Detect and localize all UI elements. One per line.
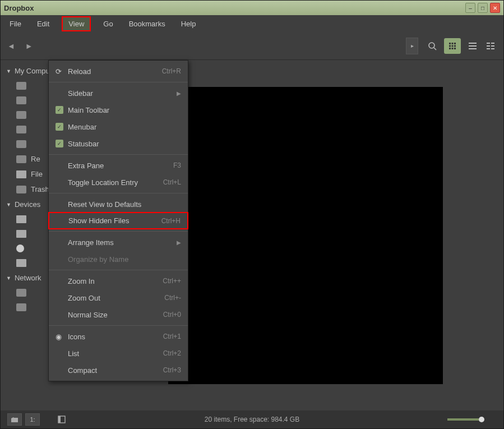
drive-icon	[16, 170, 26, 178]
menu-help[interactable]: Help	[178, 17, 200, 30]
menu-separator	[49, 231, 188, 232]
menu-go[interactable]: Go	[100, 17, 116, 30]
trash-icon	[16, 186, 26, 193]
svg-rect-7	[454, 45, 456, 47]
minimize-button[interactable]: –	[465, 3, 475, 13]
menu-separator	[49, 325, 188, 326]
status-text: 20 items, Free space: 984.4 GB	[205, 416, 299, 423]
menu-extra-pane[interactable]: Extra Pane F3	[49, 157, 188, 174]
chevron-down-icon: ▼	[6, 275, 11, 281]
svg-rect-2	[449, 43, 451, 44]
view-menu-dropdown: ⟳ Reload Ctrl+R Sidebar ▶ ✓ Main Toolbar…	[48, 60, 188, 381]
icon-view-button[interactable]	[444, 38, 461, 54]
svg-rect-14	[487, 43, 490, 44]
menu-compact-view[interactable]: Compact Ctrl+3	[49, 362, 188, 379]
places-button[interactable]	[7, 413, 22, 426]
menu-main-toolbar[interactable]: ✓ Main Toolbar	[49, 102, 188, 118]
drive-icon	[16, 215, 26, 223]
checkbox-checked-icon: ✓	[56, 106, 63, 114]
menu-separator	[49, 82, 188, 82]
svg-rect-18	[487, 48, 490, 49]
drive-icon	[16, 259, 26, 267]
folder-icon	[16, 111, 26, 119]
svg-rect-8	[449, 48, 451, 49]
toolbar: ◄ ► ▸	[1, 32, 503, 60]
svg-rect-19	[491, 48, 494, 49]
menu-separator	[49, 193, 188, 193]
menu-statusbar[interactable]: ✓ Statusbar	[49, 135, 188, 152]
sidebar-section-label: Network	[15, 274, 41, 282]
menu-view[interactable]: View	[62, 16, 91, 31]
menu-edit[interactable]: Edit	[34, 17, 53, 30]
window-title: Dropbox	[4, 4, 34, 12]
menu-show-hidden-files[interactable]: Show Hidden Files Ctrl+H	[48, 212, 188, 229]
menu-arrange-items[interactable]: Arrange Items ▶	[49, 234, 188, 251]
svg-rect-17	[491, 45, 494, 47]
svg-rect-12	[469, 45, 477, 47]
menu-reload[interactable]: ⟳ Reload Ctrl+R	[49, 63, 188, 80]
menu-bookmarks[interactable]: Bookmarks	[126, 17, 169, 30]
folder-icon	[16, 289, 26, 297]
maximize-button[interactable]: □	[478, 3, 488, 13]
chevron-down-icon: ▼	[6, 202, 11, 207]
menu-organize-by-name: Organize by Name	[49, 251, 188, 267]
menu-menubar[interactable]: ✓ Menubar	[49, 118, 188, 135]
titlebar[interactable]: Dropbox – □ ✕	[1, 1, 503, 15]
svg-rect-5	[449, 45, 451, 47]
folder-icon	[16, 82, 26, 90]
menu-reset-view[interactable]: Reset View to Defaults	[49, 196, 188, 213]
drive-icon	[16, 230, 26, 238]
svg-rect-21	[58, 416, 61, 423]
menu-separator	[49, 270, 188, 270]
menu-zoom-in[interactable]: Zoom In Ctrl++	[49, 273, 188, 289]
folder-icon	[16, 303, 26, 311]
checkbox-checked-icon: ✓	[56, 123, 63, 131]
menu-toggle-location[interactable]: Toggle Location Entry Ctrl+L	[49, 174, 188, 191]
svg-rect-9	[452, 48, 454, 49]
chevron-down-icon: ▼	[6, 68, 11, 74]
forward-button[interactable]: ►	[25, 41, 33, 50]
menubar: File Edit View Go Bookmarks Help	[1, 15, 503, 32]
tree-button[interactable]: 1:	[25, 413, 40, 426]
folder-contents	[168, 87, 443, 384]
folder-icon	[16, 126, 26, 133]
reload-icon: ⟳	[56, 67, 63, 75]
menu-sidebar[interactable]: Sidebar ▶	[49, 85, 188, 102]
menu-list-view[interactable]: List Ctrl+2	[49, 345, 188, 362]
menu-file[interactable]: File	[6, 17, 25, 30]
zoom-slider[interactable]	[447, 417, 497, 422]
menu-zoom-out[interactable]: Zoom Out Ctrl+-	[49, 289, 188, 306]
folder-icon	[16, 96, 26, 104]
sidebar-section-label: Devices	[15, 200, 40, 209]
menu-separator	[49, 154, 188, 155]
folder-icon	[16, 140, 26, 148]
svg-rect-6	[452, 45, 454, 47]
svg-rect-10	[454, 48, 456, 49]
compact-view-button[interactable]	[484, 40, 497, 52]
checkbox-checked-icon: ✓	[56, 140, 63, 147]
list-view-button[interactable]	[466, 40, 479, 52]
svg-rect-4	[454, 43, 456, 44]
svg-rect-15	[491, 43, 494, 44]
menu-icons-view[interactable]: ◉ Icons Ctrl+1	[49, 328, 188, 345]
svg-rect-16	[487, 45, 490, 47]
submenu-arrow-icon: ▶	[177, 90, 181, 96]
svg-point-0	[429, 43, 434, 48]
search-icon[interactable]	[426, 40, 438, 52]
submenu-arrow-icon: ▶	[177, 239, 181, 246]
toggle-pane-button[interactable]	[54, 413, 69, 426]
statusbar: 1: 20 items, Free space: 984.4 GB	[1, 410, 503, 428]
back-button[interactable]: ◄	[7, 41, 15, 50]
folder-icon	[16, 155, 26, 163]
disc-icon	[16, 245, 24, 252]
svg-rect-3	[452, 43, 454, 44]
svg-line-1	[434, 48, 436, 50]
svg-rect-13	[469, 48, 477, 49]
svg-rect-11	[469, 43, 477, 44]
menu-normal-size[interactable]: Normal Size Ctrl+0	[49, 306, 188, 323]
breadcrumb-segment[interactable]: ▸	[406, 38, 418, 54]
close-button[interactable]: ✕	[490, 3, 500, 13]
radio-selected-icon: ◉	[56, 333, 63, 340]
